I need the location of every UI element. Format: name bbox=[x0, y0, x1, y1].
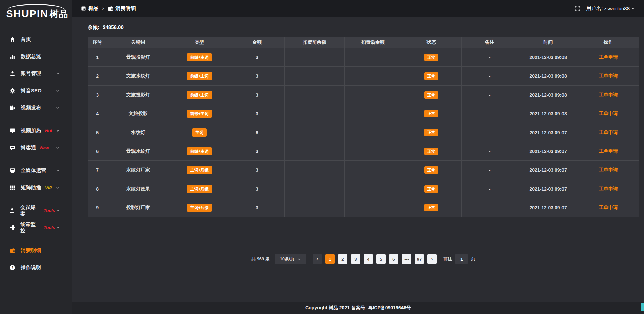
status-badge: 正常 bbox=[424, 72, 438, 80]
sidebar-item-user[interactable]: 会员爆客Tools bbox=[0, 202, 72, 219]
cell-seq: 7 bbox=[88, 161, 107, 179]
page-button-1[interactable]: 1 bbox=[325, 254, 335, 264]
goto-suffix: 页 bbox=[471, 256, 475, 262]
page-button-3[interactable]: 3 bbox=[351, 254, 360, 264]
breadcrumb-current[interactable]: 消费明细 bbox=[108, 5, 136, 12]
sidebar-item-question[interactable]: ?操作说明 bbox=[0, 259, 72, 276]
sidebar-item-label: 全媒体运营 bbox=[21, 167, 46, 174]
work-order-link[interactable]: 工单申请 bbox=[599, 111, 618, 116]
work-order-link[interactable]: 工单申请 bbox=[599, 129, 618, 135]
logo[interactable]: SHUPIN树品 bbox=[4, 4, 68, 21]
work-order-link[interactable]: 工单申请 bbox=[599, 167, 618, 172]
type-tag: 前缀+主词 bbox=[187, 147, 212, 155]
breadcrumb-home[interactable]: 树品 bbox=[81, 5, 98, 12]
cell-remark: - bbox=[461, 198, 518, 217]
cell-type: 主词 bbox=[169, 123, 229, 142]
cell-balance-before bbox=[284, 104, 344, 123]
cell-balance-before bbox=[284, 179, 344, 198]
next-page-button[interactable]: › bbox=[427, 254, 437, 264]
page-size-select[interactable]: 10条/页 bbox=[275, 254, 306, 264]
sidebar-item-label: 会员爆客 bbox=[20, 204, 40, 217]
cell-status: 正常 bbox=[401, 142, 461, 161]
work-order-link[interactable]: 工单申请 bbox=[599, 186, 618, 191]
cell-keyword: 投影灯厂家 bbox=[107, 198, 169, 217]
cell-status: 正常 bbox=[401, 179, 461, 198]
cell-keyword: 文旅投影灯 bbox=[107, 86, 169, 104]
chevron-down-icon bbox=[55, 146, 61, 150]
sidebar-item-home[interactable]: 首页 bbox=[0, 31, 72, 48]
sidebar-divider bbox=[6, 239, 66, 239]
sidebar-divider bbox=[6, 199, 66, 199]
sidebar-item-wallet[interactable]: 消费明细 bbox=[0, 242, 72, 259]
cell-balance-after bbox=[344, 179, 401, 198]
sidebar-item-chat[interactable]: 抖客通New bbox=[0, 139, 72, 156]
sidebar-item-label: 操作说明 bbox=[21, 264, 41, 271]
cell-seq: 6 bbox=[88, 142, 107, 161]
cell-action: 工单申请 bbox=[578, 86, 639, 104]
cell-keyword: 景观水纹灯 bbox=[107, 142, 169, 161]
work-order-link[interactable]: 工单申请 bbox=[599, 205, 618, 210]
work-order-link[interactable]: 工单申请 bbox=[599, 73, 618, 78]
balance: 余额: 24856.00 bbox=[88, 24, 639, 31]
status-badge: 正常 bbox=[424, 91, 438, 99]
type-tag: 主词+后缀 bbox=[187, 185, 212, 193]
sidebar-divider bbox=[6, 119, 66, 119]
bar-chart-icon bbox=[9, 54, 15, 59]
sidebar-item-screen[interactable]: 视频加热Hot bbox=[0, 122, 72, 139]
fullscreen-icon[interactable] bbox=[575, 6, 580, 11]
sidebar-item-monitor[interactable]: 全媒体运营 bbox=[0, 162, 72, 179]
more-pages-button[interactable]: ••• bbox=[402, 254, 411, 264]
type-tag: 前缀+主词 bbox=[187, 91, 212, 99]
user-icon bbox=[9, 71, 15, 76]
page-button-97[interactable]: 97 bbox=[415, 254, 424, 264]
cell-time: 2021-12-03 09:07 bbox=[518, 179, 578, 198]
cell-type: 主词+后缀 bbox=[169, 198, 229, 217]
page-button-6[interactable]: 6 bbox=[389, 254, 398, 264]
page-button-2[interactable]: 2 bbox=[338, 254, 347, 264]
page-button-4[interactable]: 4 bbox=[364, 254, 373, 264]
status-badge: 正常 bbox=[424, 166, 438, 174]
work-order-link[interactable]: 工单申请 bbox=[599, 54, 618, 60]
user-dropdown[interactable]: 用户名: zswodun88 bbox=[586, 5, 635, 12]
consumption-table: 序号关键词类型金额扣费前余额扣费后余额状态备注时间操作 1景观投影灯前缀+主词3… bbox=[88, 37, 639, 217]
sidebar-item-gear[interactable]: 抖音SEO bbox=[0, 82, 72, 99]
cell-remark: - bbox=[461, 123, 518, 142]
sidebar-item-label: 矩阵助推 bbox=[21, 185, 41, 191]
sidebar-item-badge: Tools bbox=[44, 208, 55, 213]
cell-keyword: 水纹灯效果 bbox=[107, 179, 169, 198]
cell-seq: 8 bbox=[88, 179, 107, 198]
sidebar-item-sliders[interactable]: 线索监控Tools bbox=[0, 219, 72, 236]
cell-remark: - bbox=[461, 161, 518, 179]
prev-page-button[interactable]: ‹ bbox=[313, 254, 322, 264]
chevron-down-icon bbox=[55, 168, 61, 173]
table-header-row: 序号关键词类型金额扣费前余额扣费后余额状态备注时间操作 bbox=[88, 37, 639, 48]
cell-type: 前缀+主词 bbox=[169, 104, 229, 123]
sidebar-item-grid[interactable]: 矩阵助推VIP bbox=[0, 179, 72, 196]
chevron-down-icon bbox=[297, 257, 301, 261]
page-button-5[interactable]: 5 bbox=[376, 254, 386, 264]
work-order-link[interactable]: 工单申请 bbox=[599, 92, 618, 97]
sidebar-item-label: 抖客通 bbox=[21, 145, 36, 151]
cell-balance-before bbox=[284, 123, 344, 142]
video-camera-icon bbox=[9, 105, 15, 111]
cell-type: 前缀+主词 bbox=[169, 86, 229, 104]
floating-widget[interactable] bbox=[641, 303, 644, 311]
cell-amount: 3 bbox=[229, 198, 284, 217]
work-order-link[interactable]: 工单申请 bbox=[599, 148, 618, 154]
content: 余额: 24856.00 序号关键词类型金额扣费前余额扣费后余额状态备注时间操作… bbox=[72, 17, 644, 302]
cell-seq: 1 bbox=[88, 48, 107, 67]
sidebar-item-user[interactable]: 账号管理 bbox=[0, 65, 72, 82]
cell-amount: 3 bbox=[229, 142, 284, 161]
status-badge: 正常 bbox=[424, 204, 438, 211]
status-badge: 正常 bbox=[424, 185, 438, 193]
sidebar-item-badge: VIP bbox=[45, 185, 52, 190]
sidebar-item-bar-chart[interactable]: 数据总览 bbox=[0, 48, 72, 65]
cell-type: 主词+后缀 bbox=[169, 179, 229, 198]
status-badge: 正常 bbox=[424, 110, 438, 117]
sidebar-item-badge: Hot bbox=[45, 128, 52, 133]
sidebar-item-video-camera[interactable]: 视频发布 bbox=[0, 99, 72, 116]
goto-page-input[interactable] bbox=[455, 254, 468, 264]
cell-balance-before bbox=[284, 86, 344, 104]
sidebar: SHUPIN树品 首页数据总览账号管理抖音SEO视频发布视频加热Hot抖客通Ne… bbox=[0, 0, 72, 314]
cell-action: 工单申请 bbox=[578, 104, 639, 123]
